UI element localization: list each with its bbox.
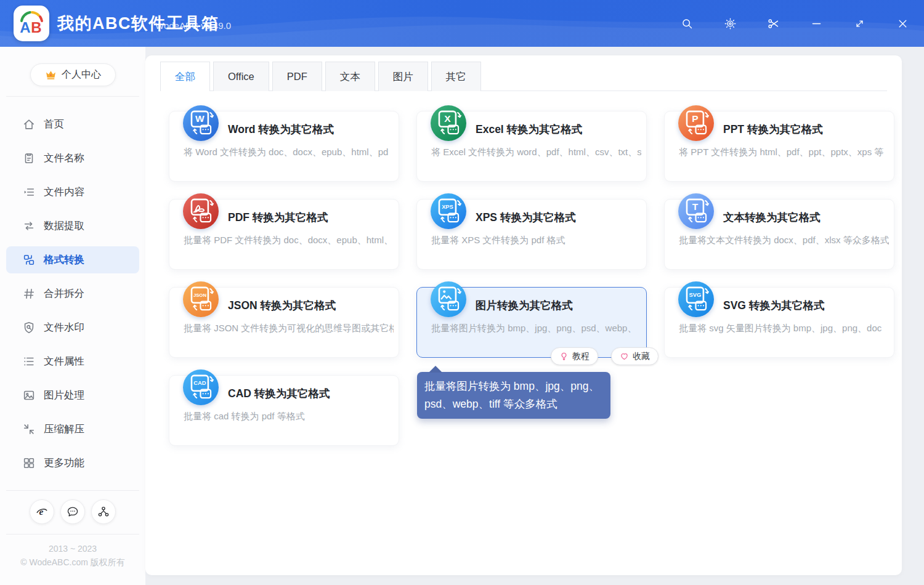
- sidebar-item-label: 图片处理: [44, 389, 84, 402]
- card-description: 批量将 PDF 文件转换为 doc、docx、epub、html、: [184, 235, 394, 246]
- sidebar-item-label: 压缩解压: [44, 422, 84, 436]
- sidebar-item-file-watermark[interactable]: 文件水印: [6, 314, 139, 341]
- sidebar-item-label: 文件内容: [44, 185, 84, 199]
- share-icon: [97, 505, 110, 518]
- card-description: 将 Excel 文件转换为 word、pdf、html、csv、txt、s: [431, 147, 641, 158]
- card-title: Word 转换为其它格式: [228, 122, 334, 137]
- tool-card-pdf[interactable]: PDF 转换为其它格式批量将 PDF 文件转换为 doc、docx、epub、h…: [169, 199, 399, 270]
- sidebar-item-file-content[interactable]: 文件内容: [6, 179, 139, 206]
- sidebar-item-label: 数据提取: [44, 219, 84, 233]
- sidebar-item-label: 文件属性: [44, 355, 84, 368]
- chat-icon: [66, 505, 79, 518]
- sidebar-item-label: 首页: [44, 118, 64, 131]
- minimize-button[interactable]: [809, 16, 824, 31]
- ppt-convert-icon: P: [678, 105, 714, 141]
- title-bar: A B 我的ABC软件工具箱 WodeABC v6.49.0: [0, 0, 924, 47]
- app-version: WodeABC v6.49.0: [155, 0, 231, 47]
- copyright-owner: © WodeABC.com 版权所有: [0, 555, 145, 569]
- sidebar-item-image-process[interactable]: 图片处理: [6, 382, 139, 409]
- tooltip-line: 批量将图片转换为 bmp、jpg、png、: [424, 377, 603, 395]
- feedback-button[interactable]: [60, 499, 85, 524]
- svg-text:A: A: [20, 19, 30, 36]
- image-convert-icon: [431, 281, 466, 317]
- browser-button[interactable]: e: [30, 499, 54, 524]
- card-description: 批量将 JSON 文件转换为可视化的思维导图或其它格: [184, 323, 394, 334]
- close-button[interactable]: [895, 16, 910, 31]
- card-title: CAD 转换为其它格式: [228, 386, 330, 401]
- file-name-icon: [22, 151, 36, 165]
- card-description: 批量将文本文件转换为 docx、pdf、xlsx 等众多格式: [679, 235, 889, 246]
- card-title: XPS 转换为其它格式: [476, 210, 575, 225]
- card-tooltip: 批量将图片转换为 bmp、jpg、png、psd、webp、tiff 等众多格式: [417, 372, 610, 419]
- tab-office[interactable]: Office: [213, 62, 269, 91]
- sidebar-divider: [6, 490, 139, 491]
- sidebar-item-format-convert[interactable]: 格式转换: [6, 246, 139, 273]
- settings-button[interactable]: [723, 16, 737, 31]
- crown-icon: [44, 68, 57, 81]
- tab-other[interactable]: 其它: [431, 62, 481, 91]
- merge-split-icon: [22, 287, 36, 301]
- browser-e-icon: e: [35, 505, 49, 518]
- sidebar-item-compress[interactable]: 压缩解压: [6, 416, 139, 443]
- svg-text:B: B: [31, 19, 41, 36]
- tool-card-xps[interactable]: XPSXPS 转换为其它格式批量将 XPS 文件转换为 pdf 格式: [416, 199, 647, 270]
- svg-convert-icon: SVG: [678, 281, 714, 317]
- search-icon: [681, 17, 694, 30]
- sidebar-item-merge-split[interactable]: 合并拆分: [6, 280, 139, 307]
- file-attributes-icon: [22, 355, 36, 368]
- tool-card-json[interactable]: JSONJSON 转换为其它格式批量将 JSON 文件转换为可视化的思维导图或其…: [169, 287, 399, 358]
- share-button[interactable]: [91, 499, 116, 524]
- tab-all[interactable]: 全部: [160, 62, 210, 91]
- card-title: SVG 转换为其它格式: [723, 298, 824, 313]
- card-description: 将 PPT 文件转换为 html、pdf、ppt、pptx、xps 等: [679, 147, 889, 158]
- card-title: 文本转换为其它格式: [723, 210, 821, 225]
- sidebar-item-file-name[interactable]: 文件名称: [6, 145, 139, 172]
- sidebar-item-data-extract[interactable]: 数据提取: [6, 212, 139, 240]
- tool-card-word[interactable]: WWord 转换为其它格式将 Word 文件转换为 doc、docx、epub、…: [169, 111, 399, 182]
- sidebar-item-home[interactable]: 首页: [6, 111, 139, 138]
- card-title: PDF 转换为其它格式: [228, 210, 328, 225]
- resize-button[interactable]: [852, 16, 867, 31]
- category-tabs: 全部OfficePDF文本图片其它: [160, 62, 887, 91]
- card-description: 批量将 XPS 文件转换为 pdf 格式: [431, 235, 641, 246]
- sidebar-item-file-attributes[interactable]: 文件属性: [6, 348, 139, 375]
- svg-text:XPS: XPS: [442, 204, 453, 210]
- main-panel: 全部OfficePDF文本图片其它 WWord 转换为其它格式将 Word 文件…: [145, 55, 902, 575]
- card-title: Excel 转换为其它格式: [476, 122, 582, 137]
- card-title: JSON 转换为其它格式: [228, 298, 336, 313]
- text-convert-icon: T: [678, 193, 714, 229]
- sidebar-menu: 首页文件名称文件内容数据提取格式转换合并拆分文件水印文件属性图片处理压缩解压更多…: [0, 111, 145, 477]
- sidebar-item-label: 格式转换: [44, 253, 84, 267]
- app-window: A B 我的ABC软件工具箱 WodeABC v6.49.0 个人中心 首页文件…: [0, 0, 924, 585]
- tool-card-text[interactable]: T文本转换为其它格式批量将文本文件转换为 docx、pdf、xlsx 等众多格式: [664, 199, 894, 270]
- sidebar-divider: [6, 96, 139, 97]
- tool-card-excel[interactable]: XExcel 转换为其它格式将 Excel 文件转换为 word、pdf、htm…: [416, 111, 647, 182]
- sidebar-item-more-features[interactable]: 更多功能: [6, 450, 139, 477]
- sidebar-social-buttons: e: [0, 499, 145, 524]
- tool-cards-grid: WWord 转换为其它格式将 Word 文件转换为 doc、docx、epub、…: [169, 111, 894, 446]
- tab-text[interactable]: 文本: [325, 62, 375, 91]
- search-button[interactable]: [679, 16, 694, 31]
- tab-pdf[interactable]: PDF: [272, 62, 322, 91]
- compress-icon: [22, 422, 36, 436]
- tooltip-arrow: [429, 366, 442, 373]
- sidebar-item-label: 更多功能: [44, 456, 84, 470]
- json-convert-icon: JSON: [183, 281, 219, 317]
- favorite-button[interactable]: 收藏: [611, 347, 659, 365]
- tool-card-ppt[interactable]: PPPT 转换为其它格式将 PPT 文件转换为 html、pdf、ppt、ppt…: [664, 111, 894, 182]
- cut-button[interactable]: [766, 16, 780, 31]
- sidebar: 个人中心 首页文件名称文件内容数据提取格式转换合并拆分文件水印文件属性图片处理压…: [0, 47, 145, 585]
- more-features-icon: [22, 456, 36, 470]
- format-convert-icon: [22, 253, 36, 267]
- sidebar-divider: [6, 534, 139, 535]
- sidebar-item-label: 合并拆分: [44, 287, 84, 301]
- personal-center-button[interactable]: 个人中心: [30, 63, 116, 86]
- bulb-icon: [559, 352, 569, 361]
- tool-card-image[interactable]: 图片转换为其它格式批量将图片转换为 bmp、jpg、png、psd、webp、教…: [416, 287, 647, 358]
- tutorial-button[interactable]: 教程: [551, 347, 598, 365]
- tool-card-svg[interactable]: SVGSVG 转换为其它格式批量将 svg 矢量图片转换为 bmp、jpg、pn…: [664, 287, 894, 358]
- card-title: 图片转换为其它格式: [476, 298, 573, 313]
- tab-image[interactable]: 图片: [378, 62, 428, 91]
- tool-card-cad[interactable]: CADCAD 转换为其它格式批量将 cad 转换为 pdf 等格式: [169, 375, 399, 446]
- copyright: 2013 ~ 2023 © WodeABC.com 版权所有: [0, 542, 145, 569]
